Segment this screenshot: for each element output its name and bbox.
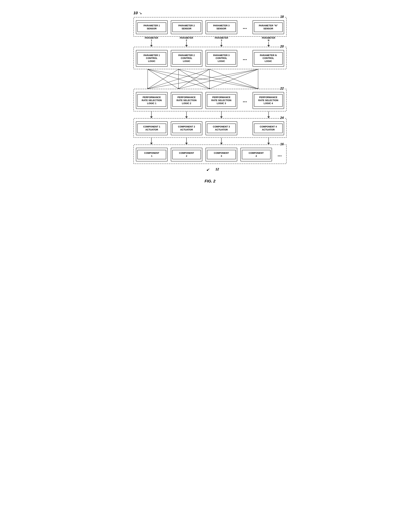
sensor-1-box: PARAMETER 1SENSOR	[136, 20, 168, 34]
sensor-to-cl-arrows: PARAMETER1 PARAMETER2 PARAMETER3 PARAMET…	[133, 37, 287, 47]
sensor-3-item: PARAMETER 3SENSOR	[206, 20, 237, 34]
arrow-pr1	[150, 111, 153, 118]
dots-sensors: ...	[240, 24, 249, 30]
cross-lines-area	[133, 69, 287, 89]
cl-3-item: PARAMETER 3CONTROLLOGIC	[206, 50, 237, 67]
arrow-act4	[267, 138, 270, 145]
act-1-box: COMPONENT 1ACTUATOR	[136, 121, 168, 135]
pr-1-item: PERFORMANCERATE SELECTIONLOGIC 1	[136, 92, 168, 109]
comp-1-label: COMPONENT1	[137, 150, 166, 160]
sensors-group: 18 PARAMETER 1SENSOR PARAMETER 2SENSOR P…	[133, 17, 287, 37]
pr-4-box: PERFORMANCERATE SELECTIONLOGIC 4	[253, 92, 284, 109]
comp-2-item: COMPONENT2	[171, 148, 203, 162]
ref-12-area: ↙ 12	[133, 167, 287, 172]
arrow-pn	[267, 42, 270, 47]
comp-2-label: COMPONENT2	[172, 150, 201, 160]
p1-arrow-area: PARAMETER1	[135, 37, 167, 47]
sensor-n-label: PARAMETER "N"SENSOR	[254, 22, 283, 32]
arrow-pr1-act1	[135, 111, 167, 118]
act-3-item: COMPONENT 3ACTUATOR	[206, 121, 237, 135]
pr-4-label: PERFORMANCERATE SELECTIONLOGIC 4	[254, 94, 283, 107]
sensor-1-item: PARAMETER 1SENSOR	[136, 20, 168, 34]
arrow-p3	[220, 42, 223, 47]
sensor-1-label: PARAMETER 1SENSOR	[137, 22, 166, 32]
sensor-3-box: PARAMETER 3SENSOR	[206, 20, 237, 34]
arrow-act2	[185, 138, 188, 145]
cl-3-label: PARAMETER 3CONTROLLOGIC	[207, 52, 236, 65]
arrow-act2-comp2	[171, 138, 203, 145]
comp-4-label: COMPONENT4	[242, 150, 271, 160]
comp-3-label: COMPONENT3	[207, 150, 236, 160]
ref-10: 10	[133, 11, 138, 15]
dots-cl: ...	[240, 55, 249, 61]
ref-24: 24	[279, 116, 285, 120]
arrow-act3	[220, 138, 223, 145]
cl-2-box: PARAMETER 2CONTROLLOGIC	[171, 50, 203, 67]
pr-3-item: PERFORMANCERATE SELECTIONLOGIC 3	[206, 92, 237, 109]
cross-lines-svg	[133, 69, 287, 89]
ref-12: 12	[215, 167, 219, 172]
act-4-item: COMPONENT 4ACTUATOR	[253, 121, 284, 135]
cl-2-item: PARAMETER 2CONTROLLOGIC	[171, 50, 203, 67]
components-group: 16 COMPONENT1 COMPONENT2 COMPONENT3 COMP…	[133, 145, 287, 164]
cl-1-box: PARAMETER 1CONTROLLOGIC	[136, 50, 168, 67]
p2-arrow-area: PARAMETER2	[171, 37, 203, 47]
arrow-pr2-act2	[171, 111, 203, 118]
actuators-row: COMPONENT 1ACTUATOR COMPONENT 2ACTUATOR …	[136, 121, 284, 135]
ref-18: 18	[279, 15, 285, 19]
ref-22: 22	[279, 87, 285, 90]
cl-n-box: PARAMETER NCONTROLLOGIC	[253, 50, 284, 67]
cl-1-item: PARAMETER 1CONTROLLOGIC	[136, 50, 168, 67]
control-logic-group: 20 PARAMETER 1CONTROLLOGIC PARAMETER 2CO…	[133, 47, 287, 69]
comp-4-item: COMPONENT4	[240, 148, 272, 162]
act-1-item: COMPONENT 1ACTUATOR	[136, 121, 168, 135]
act-2-label: COMPONENT 2ACTUATOR	[172, 124, 201, 133]
dots-comp: ...	[275, 152, 284, 158]
p3-arrow-area: PARAMETER3	[206, 37, 237, 47]
comp-4-box: COMPONENT4	[240, 148, 272, 162]
sensors-row: PARAMETER 1SENSOR PARAMETER 2SENSOR PARA…	[136, 20, 284, 34]
figure-caption: FIG. 2	[133, 179, 287, 184]
diagram-page: 10 ↘ 18 PARAMETER 1SENSOR PARAMETER 2SEN…	[130, 7, 290, 187]
cl-2-label: PARAMETER 2CONTROLLOGIC	[172, 52, 201, 65]
cl-3-box: PARAMETER 3CONTROLLOGIC	[206, 50, 237, 67]
control-logic-row: PARAMETER 1CONTROLLOGIC PARAMETER 2CONTR…	[136, 50, 284, 67]
sensor-2-item: PARAMETER 2SENSOR	[171, 20, 203, 34]
cl-1-label: PARAMETER 1CONTROLLOGIC	[137, 52, 166, 65]
comp-1-box: COMPONENT1	[136, 148, 168, 162]
sensor-2-label: PARAMETER 2SENSOR	[172, 22, 201, 32]
arrow-10: ↘	[139, 11, 142, 15]
arrow-act1	[150, 138, 153, 145]
comp-3-box: COMPONENT3	[206, 148, 237, 162]
arrow-pr3-act3	[206, 111, 237, 118]
pr-3-box: PERFORMANCERATE SELECTIONLOGIC 3	[206, 92, 237, 109]
act-3-box: COMPONENT 3ACTUATOR	[206, 121, 237, 135]
cl-n-item: PARAMETER NCONTROLLOGIC	[253, 50, 284, 67]
pr-to-act-arrows	[133, 111, 287, 118]
arrow-act1-comp1	[135, 138, 167, 145]
act-4-label: COMPONENT 4ACTUATOR	[254, 124, 283, 133]
comp-2-box: COMPONENT2	[171, 148, 203, 162]
act-to-comp-arrows	[133, 138, 287, 145]
pr-2-box: PERFORMANCERATE SELECTIONLOGIC 2	[171, 92, 203, 109]
arrow-p1	[150, 42, 153, 47]
ref-20: 20	[279, 45, 285, 48]
pr-1-box: PERFORMANCERATE SELECTIONLOGIC 1	[136, 92, 168, 109]
sensor-n-item: PARAMETER "N"SENSOR	[253, 20, 284, 34]
act-1-label: COMPONENT 1ACTUATOR	[137, 124, 166, 133]
arrow-act3-comp3	[206, 138, 237, 145]
perf-rate-row: PERFORMANCERATE SELECTIONLOGIC 1 PERFORM…	[136, 92, 284, 109]
components-row: COMPONENT1 COMPONENT2 COMPONENT3 COMPONE…	[136, 148, 284, 162]
arrow-pr4	[267, 111, 270, 118]
arrow-p2	[185, 42, 188, 47]
arrow-pr2	[185, 111, 188, 118]
pr-3-label: PERFORMANCERATE SELECTIONLOGIC 3	[207, 94, 236, 107]
pr-2-label: PERFORMANCERATE SELECTIONLOGIC 2	[172, 94, 201, 107]
act-2-box: COMPONENT 2ACTUATOR	[171, 121, 203, 135]
act-3-label: COMPONENT 3ACTUATOR	[207, 124, 236, 133]
sensor-2-box: PARAMETER 2SENSOR	[171, 20, 203, 34]
act-2-item: COMPONENT 2ACTUATOR	[171, 121, 203, 135]
dots-pr: ...	[240, 98, 249, 103]
actuators-group: 24 COMPONENT 1ACTUATOR COMPONENT 2ACTUAT…	[133, 118, 287, 138]
pr-4-item: PERFORMANCERATE SELECTIONLOGIC 4	[253, 92, 284, 109]
